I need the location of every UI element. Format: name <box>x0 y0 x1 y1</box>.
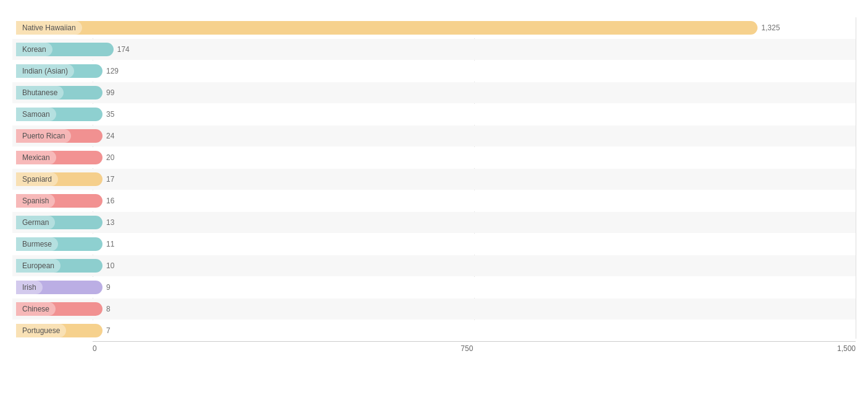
bar-label-text: German <box>16 216 55 229</box>
bar-fill: Puerto Rican24 <box>16 129 102 143</box>
bar-label-text: Korean <box>16 43 52 56</box>
bar-track: German13 <box>16 216 856 229</box>
bar-row: Samoan35 <box>12 104 856 125</box>
x-tick: 0 <box>93 344 97 353</box>
bar-fill: Chinese8 <box>16 302 102 316</box>
bar-track: Burmese11 <box>16 237 856 251</box>
bar-fill: Samoan35 <box>16 108 102 121</box>
bar-row: Spanish16 <box>12 190 856 211</box>
bars-wrapper: Native Hawaiian1,325Korean174Indian (Asi… <box>12 17 856 339</box>
bar-value-label: 20 <box>106 153 114 162</box>
bar-row: European10 <box>12 255 856 276</box>
bar-track: Mexican20 <box>16 151 856 164</box>
bar-label-text: Native Hawaiian <box>16 21 82 35</box>
bar-fill: Spanish16 <box>16 194 102 208</box>
bar-track: Irish9 <box>16 281 856 294</box>
bar-value-label: 11 <box>106 240 114 248</box>
bar-track: Spanish16 <box>16 194 856 208</box>
bar-fill: Spaniard17 <box>16 172 102 186</box>
bar-value-label: 129 <box>106 67 119 75</box>
bar-row: Native Hawaiian1,325 <box>12 17 856 38</box>
bar-row: Irish9 <box>12 277 856 298</box>
bar-label-text: Samoan <box>16 108 56 121</box>
bar-value-label: 16 <box>106 197 114 205</box>
bar-label-text: Portuguese <box>16 324 66 337</box>
bar-row: Korean174 <box>12 39 856 60</box>
bar-label-text: Spaniard <box>16 172 58 186</box>
bar-row: Burmese11 <box>12 234 856 255</box>
bar-row: Mexican20 <box>12 147 856 168</box>
x-axis: 07501,500 <box>93 341 856 353</box>
bar-track: Samoan35 <box>16 108 856 121</box>
bar-row: Chinese8 <box>12 298 856 320</box>
bar-fill: Native Hawaiian1,325 <box>16 21 757 35</box>
bar-track: Indian (Asian)129 <box>16 64 856 78</box>
bar-row: Indian (Asian)129 <box>12 61 856 82</box>
bar-value-label: 99 <box>106 88 114 97</box>
bar-label-text: Irish <box>16 281 43 294</box>
bar-value-label: 174 <box>117 45 130 54</box>
bar-fill: Portuguese7 <box>16 324 102 337</box>
bar-fill: Korean174 <box>16 43 114 56</box>
bar-row: German13 <box>12 212 856 233</box>
bar-track: Native Hawaiian1,325 <box>16 21 856 35</box>
bar-row: Spaniard17 <box>12 169 856 190</box>
bar-fill: Burmese11 <box>16 237 102 251</box>
bar-fill: Mexican20 <box>16 151 102 164</box>
bar-value-label: 24 <box>106 132 114 140</box>
bar-track: Bhutanese99 <box>16 86 856 100</box>
bar-fill: German13 <box>16 216 102 229</box>
bar-label-text: Bhutanese <box>16 86 64 100</box>
bar-track: European10 <box>16 259 856 273</box>
bar-row: Portuguese7 <box>12 320 856 341</box>
chart-container: Native Hawaiian1,325Korean174Indian (Asi… <box>0 0 868 398</box>
bar-track: Korean174 <box>16 43 856 56</box>
bar-label-text: Mexican <box>16 151 56 164</box>
bar-label-text: European <box>16 259 61 273</box>
bar-value-label: 9 <box>106 283 111 292</box>
bar-value-label: 17 <box>106 175 114 184</box>
bar-track: Puerto Rican24 <box>16 129 856 143</box>
bar-fill: Bhutanese99 <box>16 86 102 100</box>
bar-track: Portuguese7 <box>16 324 856 337</box>
bar-value-label: 7 <box>106 326 111 335</box>
bar-label-text: Puerto Rican <box>16 129 71 143</box>
bar-row: Puerto Rican24 <box>12 125 856 146</box>
chart-area: Native Hawaiian1,325Korean174Indian (Asi… <box>12 17 856 363</box>
bar-label-text: Spanish <box>16 194 55 208</box>
bar-track: Chinese8 <box>16 302 856 316</box>
bar-fill: Indian (Asian)129 <box>16 64 102 78</box>
bar-label-text: Chinese <box>16 302 56 316</box>
bar-row: Bhutanese99 <box>12 82 856 103</box>
bar-fill: Irish9 <box>16 281 102 294</box>
bar-track: Spaniard17 <box>16 172 856 186</box>
bar-value-label: 8 <box>106 305 111 313</box>
bar-label-text: Indian (Asian) <box>16 64 74 78</box>
bar-fill: European10 <box>16 259 102 273</box>
grid-line <box>856 17 856 339</box>
x-tick: 1,500 <box>837 344 856 353</box>
bar-label-text: Burmese <box>16 237 58 251</box>
bar-value-label: 35 <box>106 110 114 119</box>
bar-value-label: 1,325 <box>761 23 780 32</box>
bar-value-label: 10 <box>106 261 114 270</box>
bar-value-label: 13 <box>106 218 114 227</box>
x-tick: 750 <box>461 344 473 353</box>
